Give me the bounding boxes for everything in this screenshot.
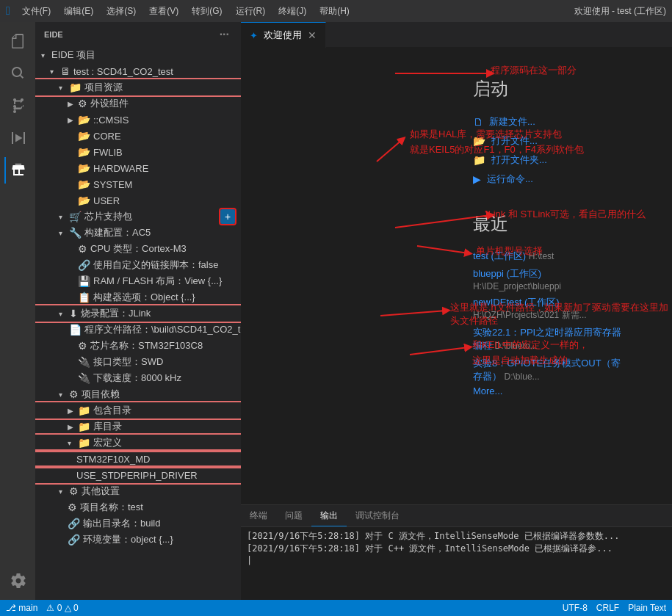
deps-icon: ⚙: [69, 388, 79, 400]
select-menu[interactable]: 选择(S): [101, 2, 142, 21]
project-name-setting-item[interactable]: ⚙ 项目名称：test: [35, 499, 241, 515]
status-errors[interactable]: ⚠ 0 △ 0: [46, 603, 78, 613]
new-file-link[interactable]: 🗋 新建文件...: [473, 112, 628, 131]
activity-extensions[interactable]: [4, 157, 31, 184]
edit-menu[interactable]: 编辑(E): [58, 2, 99, 21]
activity-source-control[interactable]: [4, 93, 31, 119]
panel-output-content: [2021/9/16下午5:28:18] 对于 C 源文件，IntelliSen…: [241, 527, 672, 600]
folder-icon: 📂: [78, 146, 90, 158]
panel-tab-terminal[interactable]: 终端: [241, 505, 276, 526]
recent-item-path: H:\IDE_project\blueppi: [473, 281, 561, 291]
chevron-right-icon: ▶: [68, 423, 76, 431]
link-script-item[interactable]: 🔗 使用自定义的链接脚本：false: [35, 257, 241, 273]
recent-item-path: H:\QZH\Projects\2021 新需...: [473, 310, 587, 320]
external-components-item[interactable]: ▶ ⚙ 外设组件: [35, 95, 241, 112]
download-speed-item[interactable]: 🔌 下载速度：8000 kHz: [35, 370, 241, 386]
program-path-item[interactable]: 📄 程序文件路径：\build\SCD41_CO2_test...: [35, 322, 241, 338]
terminal-menu[interactable]: 终端(J): [272, 2, 312, 21]
flash-config-item[interactable]: ▾ ⬇ 烧录配置：JLink: [35, 305, 241, 322]
options-icon: 📋: [78, 291, 90, 303]
status-git[interactable]: ⎇ main: [6, 603, 37, 613]
other-settings-item[interactable]: ▾ ⚙ 其他设置: [35, 483, 241, 499]
sidebar-title: EIDE ···: [35, 22, 241, 47]
run-icon: ▶: [473, 173, 481, 185]
project-name-item[interactable]: ▾ 🖥 test : SCD41_CO2_test: [35, 63, 241, 79]
recent-item-name[interactable]: 实验8：GPIOTE任务模式OUT（寄存器）: [473, 358, 621, 382]
panel-tab-problems[interactable]: 问题: [276, 505, 311, 526]
more-link[interactable]: More...: [473, 385, 502, 396]
panel-tab-output[interactable]: 输出: [311, 505, 347, 526]
build-config-item[interactable]: ▾ 🔧 构建配置：AC5: [35, 225, 241, 241]
eide-project-section[interactable]: ▾ EIDE 项目: [35, 47, 241, 63]
user-item[interactable]: 📂 USER: [35, 192, 241, 209]
system-item[interactable]: 📂 SYSTEM: [35, 176, 241, 192]
build-options-item[interactable]: 📋 构建器选项：Object {...}: [35, 289, 241, 305]
cmsis-item[interactable]: ▶ 📂 ::CMSIS: [35, 112, 241, 128]
chevron-down-icon: ▾: [59, 488, 68, 496]
open-folder-link[interactable]: 📁 打开文件夹...: [473, 151, 628, 170]
open-file-link[interactable]: 📂 打开文件...: [473, 131, 628, 151]
welcome-left-column: [285, 77, 414, 475]
include-dirs-item[interactable]: ▶ 📁 包含目录: [35, 402, 241, 418]
recent-item-name[interactable]: test (工作区): [473, 250, 526, 261]
status-language[interactable]: Plain Text: [628, 603, 666, 613]
add-chip-button[interactable]: +: [220, 209, 235, 224]
activity-search[interactable]: [4, 60, 31, 87]
chip-name-item[interactable]: ⚙ 芯片名称：STM32F103C8: [35, 338, 241, 354]
activity-settings[interactable]: [4, 568, 31, 594]
chevron-down-icon: ▾: [59, 229, 68, 237]
editor-area: ✦ 欢迎使用 ✕ 启动 🗋 新建文件...: [241, 22, 672, 600]
speed-icon: 🔌: [78, 372, 90, 384]
status-encoding[interactable]: UTF-8: [563, 603, 588, 613]
recent-section: 最近 test (工作区) H:\testblueppi (工作区) H:\ID…: [473, 212, 628, 396]
ram-flash-item[interactable]: 💾 RAM / FLASH 布局：View {...}: [35, 273, 241, 289]
interface-type-item[interactable]: 🔌 接口类型：SWD: [35, 354, 241, 370]
macro2-item[interactable]: USE_STDPERIPH_DRIVER: [35, 467, 241, 483]
start-section: 启动 🗋 新建文件... 📂 打开文件... 📁 打开文件夹...: [473, 77, 628, 189]
chip-icon: 🛒: [69, 211, 82, 222]
status-eol[interactable]: CRLF: [596, 603, 619, 613]
core-item[interactable]: 📂 CORE: [35, 128, 241, 144]
chevron-right-icon: ▶: [68, 407, 76, 415]
tab-label: 欢迎使用: [264, 29, 302, 42]
recent-item-path: H:\test: [529, 251, 554, 261]
folder-icon: 📁: [69, 81, 82, 93]
recent-item-name[interactable]: newIDEtest (工作区): [473, 297, 560, 308]
panel-line-2: [2021/9/16下午5:28:18] 对于 C++ 源文件，IntelliS…: [247, 543, 666, 555]
close-tab-button[interactable]: ✕: [308, 29, 317, 41]
recent-item-name[interactable]: blueppi (工作区): [473, 268, 541, 279]
fwlib-item[interactable]: 📂 FWLIB: [35, 144, 241, 160]
welcome-tab[interactable]: ✦ 欢迎使用 ✕: [241, 22, 326, 48]
chevron-down-icon: ▾: [68, 439, 76, 447]
view-menu[interactable]: 查看(V): [143, 2, 184, 21]
run-menu[interactable]: 运行(R): [230, 2, 272, 21]
activity-bar: [0, 22, 35, 600]
name-icon: ⚙: [68, 501, 77, 513]
output-dir-item[interactable]: 🔗 输出目录名：build: [35, 515, 241, 532]
hardware-item[interactable]: 📂 HARDWARE: [35, 160, 241, 176]
sidebar-more-button[interactable]: ···: [217, 28, 232, 41]
activity-run[interactable]: [4, 125, 31, 151]
build-icon: 🔧: [69, 227, 82, 239]
chevron-down-icon: ▾: [59, 310, 68, 318]
env-vars-item[interactable]: 🔗 环境变量：object {...}: [35, 532, 241, 548]
cpu-type-item[interactable]: ⚙ CPU 类型：Cortex-M3: [35, 241, 241, 257]
goto-menu[interactable]: 转到(G): [186, 2, 228, 21]
activity-explorer[interactable]: [4, 28, 31, 54]
help-menu[interactable]: 帮助(H): [314, 2, 355, 21]
panel-tab-debug[interactable]: 调试控制台: [347, 505, 408, 526]
env-icon: 🔗: [68, 534, 80, 546]
recent-items-list: test (工作区) H:\testblueppi (工作区) H:\IDE_p…: [473, 247, 628, 385]
project-deps-item[interactable]: ▾ ⚙ 项目依赖: [35, 386, 241, 402]
project-resources-item[interactable]: ▾ 📁 项目资源: [35, 79, 241, 95]
file-menu[interactable]: 文件(F): [16, 2, 57, 21]
macro-defs-section[interactable]: ▾ 📁 宏定义: [35, 435, 241, 451]
titlebar:  文件(F) 编辑(E) 选择(S) 查看(V) 转到(G) 运行(R) 终端…: [0, 0, 672, 22]
macro1-item[interactable]: STM32F10X_MD: [35, 451, 241, 467]
run-command-link[interactable]: ▶ 运行命令...: [473, 170, 628, 189]
lib-dirs-item[interactable]: ▶ 📁 库目录: [35, 418, 241, 435]
status-bar: ⎇ main ⚠ 0 △ 0 UTF-8 CRLF Plain Text: [0, 600, 672, 616]
new-file-icon: 🗋: [473, 116, 483, 128]
chip-support-item[interactable]: ▾ 🛒 芯片支持包 +: [35, 209, 241, 225]
welcome-right-column: 启动 🗋 新建文件... 📂 打开文件... 📁 打开文件夹...: [458, 77, 628, 475]
